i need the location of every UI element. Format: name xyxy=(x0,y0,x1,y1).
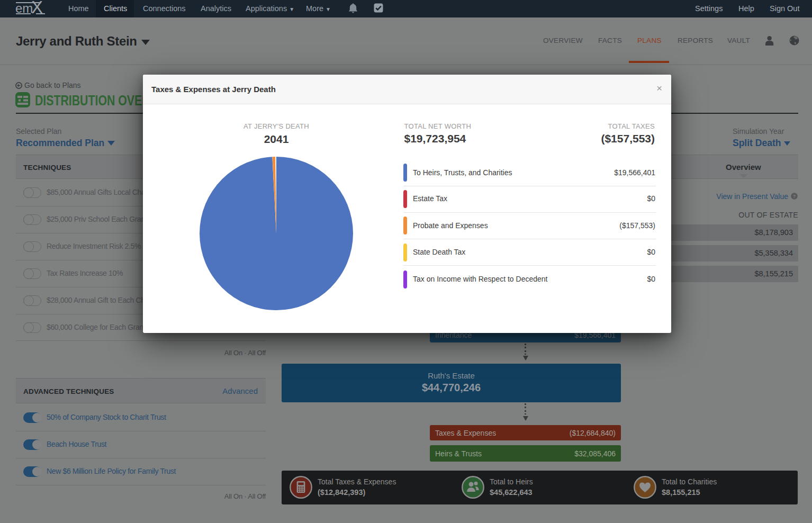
svg-text:?: ? xyxy=(793,194,796,199)
